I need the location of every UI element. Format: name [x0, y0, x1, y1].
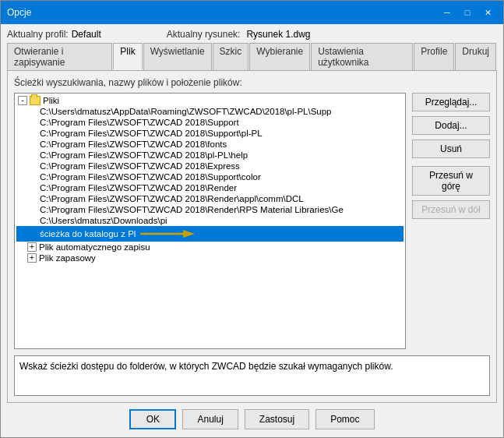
folder-icon-root — [30, 96, 41, 105]
maximize-button[interactable]: □ — [458, 5, 477, 20]
tree-item[interactable]: C:\Program Files\ZWSOFT\ZWCAD 2018\fonts — [16, 139, 404, 150]
section-label: Ścieżki wyszukiwania, nazwy plików i poł… — [14, 77, 490, 88]
main-content-area: Ścieżki wyszukiwania, nazwy plików i poł… — [7, 70, 497, 403]
tree-item-text: C:\Program Files\ZWSOFT\ZWCAD 2018\Rende… — [40, 205, 344, 214]
tree-group-auto: + Plik automatycznego zapisu — [16, 242, 404, 253]
tree-item[interactable]: C:\Program Files\ZWSOFT\ZWCAD 2018\Suppo… — [16, 117, 404, 128]
tab-wyswietlanie[interactable]: Wyświetlanie — [143, 43, 212, 70]
tree-item[interactable]: C:\Program Files\ZWSOFT\ZWCAD 2018\pl-PL… — [16, 150, 404, 161]
tab-wybieranie[interactable]: Wybieranie — [249, 43, 310, 70]
tree-item-text: C:\Program Files\ZWSOFT\ZWCAD 2018\pl-PL… — [40, 150, 248, 160]
profile-bar: Aktualny profil: Default Aktualny rysune… — [7, 29, 497, 40]
expand-icon-root[interactable]: - — [18, 96, 27, 105]
close-button[interactable]: ✕ — [478, 5, 497, 20]
title-bar: Opcje ─ □ ✕ — [1, 1, 503, 24]
aktualny-rysunek-label: Aktualny rysunek: — [167, 29, 241, 40]
tabs-bar: Otwieranie i zapisywanie Plik Wyświetlan… — [7, 43, 497, 70]
przegladaj-button[interactable]: Przeglądaj... — [412, 93, 490, 111]
tree-root-label: Pliki — [43, 96, 59, 105]
tree-item-text: C:\Program Files\ZWSOFT\ZWCAD 2018\Suppo… — [40, 129, 263, 138]
tree-item-text: C:\Program Files\ZWSOFT\ZWCAD 2018\Expre… — [40, 161, 240, 171]
right-buttons-panel: Przeglądaj... Dodaj... Usuń Przesuń w gó… — [412, 93, 490, 349]
tree-item-text: C:\Program Files\ZWSOFT\ZWCAD 2018\Suppo… — [40, 118, 239, 127]
tree-group-auto-label: Plik automatycznego zapisu — [39, 242, 150, 252]
tree-item-text: C:\Users\dmatusz\Downloads\pi — [40, 216, 167, 225]
expand-icon-auto[interactable]: + — [27, 242, 37, 252]
tree-root: - Pliki — [16, 95, 404, 106]
aktualny-profil-value: Default — [72, 29, 101, 40]
tree-item-text: C:\Program Files\ZWSOFT\ZWCAD 2018\Suppo… — [40, 172, 261, 182]
tree-item-text: C:\Program Files\ZWSOFT\ZWCAD 2018\fonts — [40, 140, 227, 149]
tree-group-zapasowy: + Plik zapasowy — [16, 253, 404, 263]
title-bar-buttons: ─ □ ✕ — [438, 5, 497, 20]
minimize-button[interactable]: ─ — [438, 5, 456, 20]
tree-group-zapasowy-label: Plik zapasowy — [39, 253, 96, 263]
tab-drukuj[interactable]: Drukuj — [455, 43, 496, 70]
przesun-gore-button[interactable]: Przesuń w górę — [412, 166, 490, 196]
description-area: Wskaż ścieżki dostępu do folderów, w któ… — [14, 355, 490, 396]
tree-item-selected-text: ścieżka do katalogu z Pl — [40, 229, 136, 238]
ok-button[interactable]: OK — [129, 409, 176, 429]
tab-profile[interactable]: Profile — [414, 43, 454, 70]
tree-item-text: C:\Users\dmatusz\AppData\Roaming\ZWSOFT\… — [40, 107, 332, 116]
window-title: Opcje — [7, 7, 31, 18]
description-text: Wskaż ścieżki dostępu do folderów, w któ… — [19, 361, 393, 372]
usun-button[interactable]: Usuń — [412, 140, 490, 158]
tree-item[interactable]: C:\Program Files\ZWSOFT\ZWCAD 2018\Rende… — [16, 204, 404, 215]
aktualny-profil-label: Aktualny profil: — [7, 29, 69, 40]
tree-item[interactable]: C:\Program Files\ZWSOFT\ZWCAD 2018\Suppo… — [16, 171, 404, 182]
tab-ustawienia[interactable]: Ustawienia użytkownika — [311, 43, 413, 70]
anuluj-button[interactable]: Anuluj — [182, 409, 238, 429]
arrow-icon — [140, 227, 195, 241]
aktualny-rysunek-value: Rysunek 1.dwg — [246, 29, 310, 40]
zastosuj-button[interactable]: Zastosuj — [245, 409, 309, 429]
tree-item-text: C:\Program Files\ZWSOFT\ZWCAD 2018\Rende… — [40, 194, 304, 203]
tree-item[interactable]: C:\Users\dmatusz\AppData\Roaming\ZWSOFT\… — [16, 106, 404, 117]
expand-icon-zapasowy[interactable]: + — [27, 253, 37, 263]
tab-otwieranie[interactable]: Otwieranie i zapisywanie — [7, 43, 112, 70]
tree-item[interactable]: C:\Program Files\ZWSOFT\ZWCAD 2018\Rende… — [16, 193, 404, 204]
bottom-bar: OK Anuluj Zastosuj Pomoc — [7, 403, 497, 433]
tree-container[interactable]: - Pliki C:\Users\dmatusz\AppData\Roaming… — [14, 93, 406, 349]
tree-item[interactable]: C:\Program Files\ZWSOFT\ZWCAD 2018\Suppo… — [16, 128, 404, 139]
tree-item[interactable]: C:\Program Files\ZWSOFT\ZWCAD 2018\Rende… — [16, 182, 404, 193]
window-content: Aktualny profil: Default Aktualny rysune… — [1, 24, 503, 437]
tab-plik[interactable]: Plik — [113, 43, 142, 70]
tree-item[interactable]: C:\Program Files\ZWSOFT\ZWCAD 2018\Expre… — [16, 161, 404, 171]
svg-marker-1 — [183, 230, 195, 238]
dodaj-button[interactable]: Dodaj... — [412, 116, 490, 135]
tab-szkic[interactable]: Szkic — [213, 43, 249, 70]
content-row: - Pliki C:\Users\dmatusz\AppData\Roaming… — [14, 93, 490, 349]
przesun-dol-button[interactable]: Przesuń w dół — [412, 200, 490, 219]
tree-item-text: C:\Program Files\ZWSOFT\ZWCAD 2018\Rende… — [40, 183, 237, 193]
pomoc-button[interactable]: Pomoc — [315, 409, 374, 429]
tree-item[interactable]: C:\Users\dmatusz\Downloads\pi — [16, 215, 404, 226]
tree-item-selected[interactable]: ścieżka do katalogu z Pl — [16, 226, 404, 242]
main-window: Opcje ─ □ ✕ Aktualny profil: Default Akt… — [0, 0, 504, 438]
